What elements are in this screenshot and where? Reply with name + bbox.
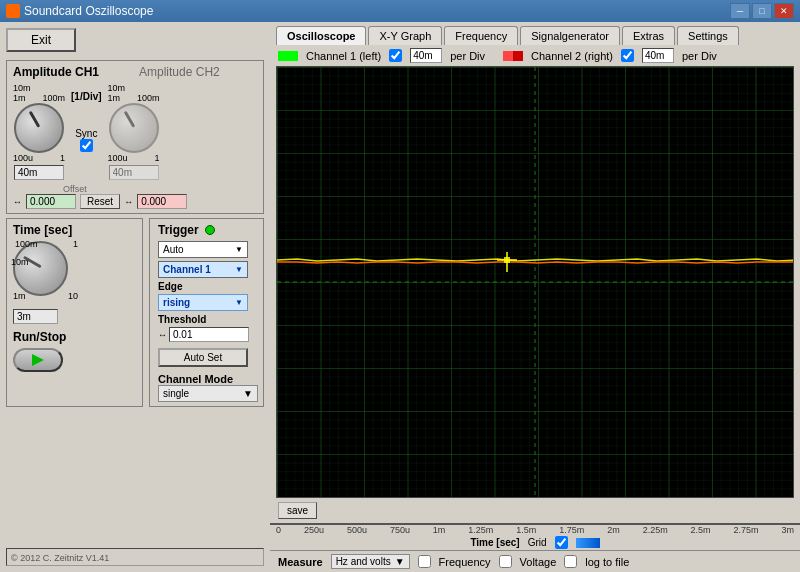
time-tick-3m: 3m	[781, 525, 794, 535]
dropdown-arrow-icon: ▼	[235, 245, 243, 254]
autoset-button[interactable]: Auto Set	[158, 348, 248, 367]
exit-button[interactable]: Exit	[6, 28, 76, 52]
sync-checkbox[interactable]	[80, 139, 93, 152]
amp-ch2-title: Amplitude CH2	[139, 65, 220, 79]
window-title: Soundcard Oszilloscope	[24, 4, 153, 18]
trigger-led	[205, 225, 215, 235]
tab-extras[interactable]: Extras	[622, 26, 675, 45]
ch1-checkbox[interactable]	[389, 49, 402, 62]
time-input[interactable]	[13, 309, 58, 324]
axis-label-row: Time [sec] Grid	[270, 535, 800, 550]
time-tick-250u: 250u	[304, 525, 324, 535]
trigger-edge-label: rising	[163, 297, 190, 308]
tab-xy-graph[interactable]: X-Y Graph	[368, 26, 442, 45]
time-knob[interactable]	[13, 241, 68, 296]
voltage-checkbox[interactable]	[499, 555, 512, 568]
ch2-knob-container: 10m 1m 100m 100u 1	[108, 83, 160, 180]
grid-color-indicator	[576, 538, 600, 548]
time-title: Time [sec]	[13, 223, 136, 237]
run-stop-button[interactable]	[13, 348, 63, 372]
trigger-edge-dropdown[interactable]: rising ▼	[158, 294, 248, 311]
ch2-per-div-input[interactable]	[642, 48, 674, 63]
trigger-section: Trigger Auto ▼ Channel 1 ▼ Edge rising ▼…	[149, 218, 264, 407]
grid-checkbox[interactable]	[555, 536, 568, 549]
time-tick-2.75m: 2.75m	[734, 525, 759, 535]
ch2-knob-label-1m: 1m	[108, 93, 121, 103]
channel-mode-label: Channel Mode	[158, 373, 255, 385]
threshold-input[interactable]	[169, 327, 249, 342]
time-tick-500u: 500u	[347, 525, 367, 535]
time-axis-title: Time [sec]	[470, 537, 519, 548]
frequency-checkbox[interactable]	[418, 555, 431, 568]
dropdown-arrow3-icon: ▼	[235, 298, 243, 307]
ch2-color-indicator	[503, 51, 523, 61]
trigger-mode-dropdown[interactable]: Auto ▼	[158, 241, 248, 258]
measure-label: Measure	[278, 556, 323, 568]
time-label-10m: 10m	[11, 257, 29, 267]
tab-bar: Oscilloscope X-Y Graph Frequency Signalg…	[270, 22, 800, 45]
ch1-knob-label-10m: 10m	[13, 83, 31, 93]
measure-dropdown-arrow-icon: ▼	[395, 556, 405, 567]
time-label-1m: 1m	[13, 291, 26, 301]
ch1-amplitude-input[interactable]	[14, 165, 64, 180]
time-label-1: 1	[73, 239, 78, 249]
right-panel: Oscilloscope X-Y Graph Frequency Signalg…	[270, 22, 800, 572]
voltage-label: Voltage	[520, 556, 557, 568]
time-tick-1.25m: 1.25m	[468, 525, 493, 535]
log-checkbox[interactable]	[564, 555, 577, 568]
ch1-per-div-input[interactable]	[410, 48, 442, 63]
trigger-channel-label: Channel 1	[163, 264, 211, 275]
ch2-amplitude-knob[interactable]	[109, 103, 159, 153]
ch1-offset-input[interactable]	[26, 194, 76, 209]
reset-button[interactable]: Reset	[80, 194, 120, 209]
log-label: log to file	[585, 556, 629, 568]
time-tick-1m: 1m	[433, 525, 446, 535]
minimize-button[interactable]: ─	[730, 3, 750, 19]
ch1-knob-label-1: 1	[60, 153, 65, 163]
save-button[interactable]: save	[278, 502, 317, 519]
time-tick-2.25m: 2.25m	[643, 525, 668, 535]
run-stop-label: Run/Stop	[13, 330, 136, 344]
ch2-per-div-label: per Div	[682, 50, 717, 62]
ch2-label: Channel 2 (right)	[531, 50, 613, 62]
frequency-label: Frequency	[439, 556, 491, 568]
trigger-channel-dropdown[interactable]: Channel 1 ▼	[158, 261, 248, 278]
tab-signalgenerator[interactable]: Signalgenerator	[520, 26, 620, 45]
channel-mode-dropdown[interactable]: single ▼	[158, 385, 258, 402]
scope-display	[276, 66, 794, 498]
tab-oscilloscope[interactable]: Oscilloscope	[276, 26, 366, 45]
svg-rect-7	[504, 257, 510, 263]
ch1-knob-label-1m: 1m	[13, 93, 26, 103]
time-tick-1.5m: 1.5m	[516, 525, 536, 535]
maximize-button[interactable]: □	[752, 3, 772, 19]
time-label-10: 10	[68, 291, 78, 301]
sync-label: Sync	[75, 128, 97, 139]
ch2-amplitude-input[interactable]	[109, 165, 159, 180]
ch1-color-indicator	[278, 51, 298, 61]
measure-dropdown-value: Hz and volts	[336, 556, 391, 567]
ch2-knob-label-100m: 100m	[137, 93, 160, 103]
tab-frequency[interactable]: Frequency	[444, 26, 518, 45]
ch2-knob-label-100u: 100u	[108, 153, 128, 163]
time-tick-2.5m: 2.5m	[691, 525, 711, 535]
ch2-knob-label-10m: 10m	[108, 83, 126, 93]
tab-settings[interactable]: Settings	[677, 26, 739, 45]
time-axis-bar: 0 250u 500u 750u 1m 1.25m 1.5m 1.75m 2m …	[270, 523, 800, 535]
copyright-text: © 2012 C. Zeitnitz V1.41	[11, 553, 109, 563]
measure-dropdown[interactable]: Hz and volts ▼	[331, 554, 410, 569]
ch2-checkbox[interactable]	[621, 49, 634, 62]
offset-label: Offset	[63, 184, 87, 194]
scope-bottom-bar: save	[270, 498, 800, 523]
trigger-title: Trigger	[158, 223, 199, 237]
ch1-amplitude-knob[interactable]	[14, 103, 64, 153]
ch2-offset-input[interactable]	[137, 194, 187, 209]
close-button[interactable]: ✕	[774, 3, 794, 19]
time-section: Time [sec] 100m 10m 1 1m 10 Run/Stop	[6, 218, 143, 407]
ch1-knob-container: 10m 1m 100m 100u 1	[13, 83, 65, 180]
time-tick-1.75m: 1.75m	[559, 525, 584, 535]
ch1-knob-label-100m: 100m	[42, 93, 65, 103]
app-icon	[6, 4, 20, 18]
time-tick-750u: 750u	[390, 525, 410, 535]
ch1-per-div-label: per Div	[450, 50, 485, 62]
trigger-mode-label: Auto	[163, 244, 184, 255]
